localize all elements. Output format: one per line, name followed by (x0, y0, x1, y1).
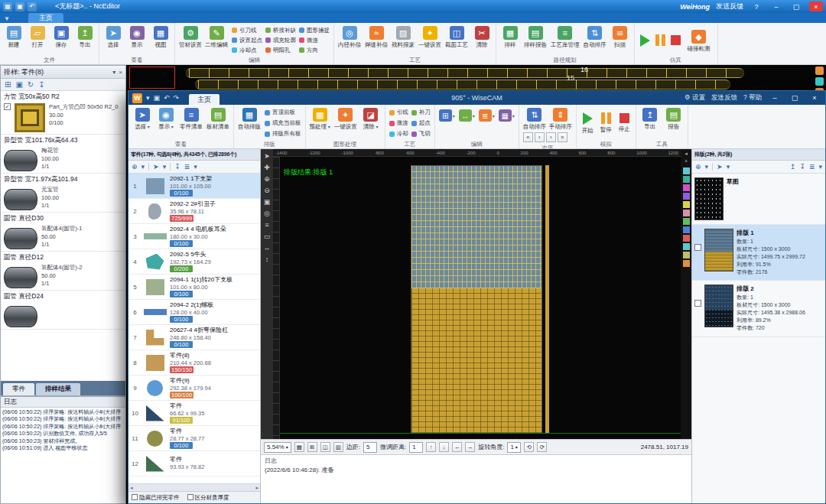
minimize-button[interactable]: – (769, 2, 783, 11)
save-icon[interactable]: ▣ 保存 (50, 24, 73, 56)
zoom-in-icon[interactable]: ⊕ (264, 175, 270, 183)
material-thickness-checkbox[interactable]: 区分材质厚度 (187, 494, 229, 502)
pause-button[interactable]: 暂停 (597, 106, 615, 140)
caret-icon[interactable]: ▾ (818, 163, 822, 171)
part-row[interactable]: 1 2092-1 1下支架 101.00 x 105.00 0/100 (128, 174, 260, 199)
part-row[interactable]: 11 零件 28.77 x 28.77 0/100 (128, 426, 260, 451)
color-swatch[interactable] (683, 235, 690, 242)
tab-home[interactable]: 主页 (28, 13, 63, 23)
start-button[interactable]: 开始 (579, 106, 597, 140)
color-swatch[interactable] (683, 201, 690, 208)
lead-line-icon[interactable]: 引刀线 (232, 25, 262, 35)
new-file-icon[interactable]: ▤ 新建 (2, 24, 25, 56)
fill-contour-icon[interactable]: 填充轮廓 (265, 35, 296, 45)
craft-library-icon[interactable]: ≡ 工艺库管理 (549, 24, 581, 56)
preprocess-icon[interactable]: ▩ 预处理 (308, 106, 332, 140)
select-icon[interactable]: ➤ 选择 (131, 106, 154, 140)
color-swatch[interactable] (683, 193, 690, 200)
tab-nest-result[interactable]: 排样结果 (36, 383, 80, 395)
export-sheet-icon[interactable]: ↥ (790, 163, 796, 171)
settings-button[interactable]: ⚙ 设置 (685, 93, 705, 102)
order-prev-button[interactable]: ‹ (535, 132, 545, 142)
export-icon[interactable]: ↥ 导出 (73, 24, 96, 56)
select-part-icon[interactable]: ➤ (153, 163, 159, 171)
auto-order-icon[interactable]: ⇅ 自动排序 (522, 106, 548, 130)
nest-all-icon[interactable]: 排版所有板 (265, 128, 301, 139)
rotate-cw-button[interactable]: ⟳ (537, 442, 547, 452)
part-checkbox[interactable]: ✓ (4, 103, 11, 110)
part-row[interactable]: 6 2094-2 2(1)螺板 128.00 x 40.00 0/100 (128, 300, 260, 325)
help-button[interactable]: ? (750, 2, 763, 11)
order-next-button[interactable]: › (546, 132, 556, 142)
tube-settings-icon[interactable]: ⚙ 管材设置 (177, 24, 203, 56)
nudge-right-button[interactable]: → (465, 442, 475, 452)
order-last-button[interactable]: » (558, 132, 567, 142)
tool-icon[interactable] (815, 67, 824, 75)
move-icon[interactable]: ↔ ▾ (457, 106, 476, 140)
part-row[interactable]: 10 零件 66.62 x 99.35 91/100 (128, 401, 260, 426)
margin-input[interactable]: 5 (363, 442, 377, 453)
center-view-icon[interactable]: ◎ (264, 210, 270, 217)
cooling-icon[interactable]: 冷却 (389, 128, 408, 139)
lead-line-icon[interactable]: 引线 (389, 107, 408, 118)
maximize-button[interactable]: ▢ (788, 93, 802, 103)
simulate-pause-icon[interactable] (655, 34, 665, 46)
move-vertical-icon[interactable]: ↕ (265, 255, 269, 263)
array-icon[interactable]: ▦ ▾ (497, 106, 516, 140)
top-sheet-icon[interactable]: 置顶前板 (265, 107, 301, 118)
part-list-icon[interactable]: ≡ 零件清单 (178, 106, 204, 140)
sheet-item[interactable]: 排版 2 数量: 1 板材尺寸: 1500 x 3000 实际尺寸: 1495.… (692, 281, 825, 337)
color-swatch[interactable] (683, 260, 690, 267)
start-point-icon[interactable]: 设置起点 (232, 35, 262, 45)
snap-toggle-icon[interactable]: ⊞ (307, 442, 317, 452)
part-item[interactable]: 圆管 直径D30 装配体4(圆管)-1 50.00 1/1 (1, 213, 125, 252)
save-icon[interactable]: ▣ (154, 94, 161, 102)
manual-order-icon[interactable]: ⇕ 手动排序 (548, 106, 574, 130)
select-tool-icon[interactable]: ➤ (264, 152, 270, 160)
menu-icon[interactable]: ≣ (809, 163, 815, 171)
refresh-icon[interactable]: ↻ (28, 80, 34, 89)
sheet-checkbox[interactable] (694, 300, 701, 307)
app-menu-icon[interactable]: ▼ (4, 15, 10, 22)
report-icon[interactable]: ▤ 报告 (662, 106, 685, 140)
hole-icon[interactable]: 明阳孔 (265, 45, 296, 55)
clear-icon[interactable]: ✂ 清除 (470, 24, 493, 56)
clear-icon[interactable]: ◪ 清除 (359, 106, 382, 140)
wisecam-canvas[interactable]: ➤ ✚ ⊕ ⊖ ▣ ◎ ≡ ▭ ↔ ↕ -1400-1200-1000-800-… (261, 149, 691, 439)
collapse-icon[interactable]: ◂ (685, 151, 688, 157)
caret-icon[interactable]: ▾ (141, 163, 145, 171)
pin-icon[interactable]: ▾ (112, 69, 115, 76)
nudge-down-button[interactable]: ↓ (439, 442, 449, 452)
nested-sheet[interactable] (411, 165, 542, 433)
nudge-left-button[interactable]: ← (452, 442, 462, 452)
redo-icon[interactable]: ↷ (174, 94, 180, 102)
sheet-checkbox[interactable] (694, 244, 701, 251)
part-item[interactable]: 异型管 宽101.76x高64.43 梅花管 100.00 1/1 (1, 135, 125, 174)
recut-icon[interactable]: 补刀 (411, 107, 431, 118)
bridge-icon[interactable]: 桥接补缺 (265, 25, 296, 35)
sheet-item[interactable]: 排版 1 数量: 1 板材尺寸: 1500 x 3000 实际尺寸: 1499.… (692, 225, 825, 281)
zoom-select[interactable]: 5.54%▾ (264, 442, 291, 453)
one-key-settings-icon[interactable]: ✦ 一键设置 (417, 24, 443, 56)
auto-sort-icon[interactable]: ⇅ 自动排序 (582, 24, 608, 56)
add-part-icon[interactable]: ⊕ (132, 163, 138, 171)
close-panel-icon[interactable]: × (119, 69, 122, 76)
open-file-icon[interactable]: ▱ 打开 (26, 24, 49, 56)
sort-icon[interactable]: ≣ (184, 163, 190, 171)
fly-cut-icon[interactable]: 飞切 (411, 128, 431, 139)
caret-icon[interactable]: ▾ (193, 163, 197, 171)
micro-joint-icon[interactable]: 微连 (389, 118, 408, 128)
nudge-input[interactable]: 1 (409, 442, 423, 453)
select-sheet-icon[interactable]: ➤ (717, 163, 723, 171)
nest-icon[interactable]: ▦ 排样 (499, 24, 522, 56)
simulate-stop-icon[interactable] (671, 35, 681, 45)
start-point-icon[interactable]: 起点 (411, 118, 431, 128)
measure-icon[interactable]: ▭ (264, 232, 271, 240)
align-icon[interactable]: ≣ ▾ (477, 106, 496, 140)
move-horizontal-icon[interactable]: ↔ (264, 244, 271, 252)
close-button[interactable]: × (808, 93, 821, 103)
import-part-icon[interactable]: ↧ (174, 163, 180, 171)
collision-check-button[interactable]: ◆ 碰撞检测 (686, 28, 712, 52)
caret-icon[interactable]: ▾ (705, 163, 709, 171)
color-swatch[interactable] (683, 184, 690, 191)
